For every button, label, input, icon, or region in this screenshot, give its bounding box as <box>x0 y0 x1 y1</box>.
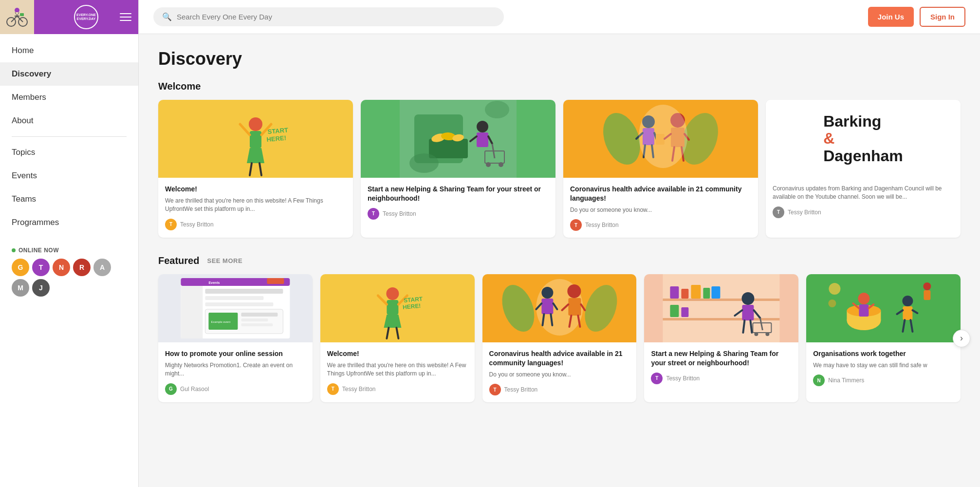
featured-wrap: Events Example event How to promote your… <box>158 274 961 402</box>
card-body-1: Welcome! We are thrilled that you're her… <box>158 178 353 237</box>
avatar[interactable]: J <box>32 279 50 297</box>
svg-rect-0 <box>2 2 32 32</box>
card-author-4: T Tessy Britton <box>773 206 954 218</box>
sign-in-button[interactable]: Sign In <box>920 7 965 27</box>
card-author-1: T Tessy Britton <box>165 219 346 230</box>
featured-section-title: Featured <box>158 255 199 266</box>
welcome-card-3[interactable]: Coronavirus health advice available in 2… <box>563 100 758 238</box>
featured-card-author-5: N Nina Timmers <box>813 375 954 386</box>
svg-rect-64 <box>267 278 284 284</box>
svg-rect-69 <box>387 300 398 315</box>
svg-rect-26 <box>477 132 488 147</box>
online-dot <box>12 248 16 252</box>
avatar[interactable]: M <box>12 279 29 297</box>
featured-card-title-2: Welcome! <box>327 349 468 358</box>
main-area: 🔍 Join Us Sign In Discovery Welcome <box>139 0 980 487</box>
svg-rect-105 <box>742 305 754 320</box>
author-name-4: Tessy Britton <box>788 209 821 216</box>
card-desc-3: Do you or someone you know... <box>570 206 751 214</box>
sidebar-item-about[interactable]: About <box>0 109 138 132</box>
sidebar-item-home[interactable]: Home <box>0 39 138 62</box>
featured-card-3[interactable]: Coronavirus health advice available in 2… <box>482 274 637 402</box>
featured-card-author-3: T Tessy Britton <box>489 384 630 395</box>
svg-rect-82 <box>541 299 553 314</box>
welcome-section-title: Welcome <box>158 81 201 92</box>
svg-rect-95 <box>663 299 780 301</box>
svg-point-87 <box>567 284 581 298</box>
avatars-list: G T N R A M J <box>12 259 127 297</box>
sidebar-item-members[interactable]: Members <box>0 86 138 109</box>
sidebar-item-topics[interactable]: Topics <box>0 141 138 164</box>
featured-card-1[interactable]: Events Example event How to promote your… <box>158 274 313 402</box>
svg-rect-58 <box>205 302 273 306</box>
avatar[interactable]: R <box>73 259 91 276</box>
svg-rect-97 <box>670 286 679 299</box>
join-us-button[interactable]: Join Us <box>868 7 914 27</box>
search-input[interactable] <box>177 13 495 21</box>
featured-card-desc-3: Do you or someone you know... <box>489 371 630 379</box>
svg-point-104 <box>742 292 755 305</box>
card-desc-1: We are thrilled that you're here on this… <box>165 197 346 214</box>
svg-rect-8 <box>20 13 24 16</box>
featured-card-2[interactable]: START HERE! Welcome! We are thrilled tha… <box>320 274 475 402</box>
scroll-right-arrow[interactable]: › <box>953 330 970 347</box>
featured-author-avatar-3: T <box>489 384 501 395</box>
svg-marker-70 <box>384 315 401 328</box>
welcome-card-2[interactable]: Start a new Helping & Sharing Team for y… <box>361 100 555 238</box>
svg-rect-62 <box>241 318 268 321</box>
avatar[interactable]: N <box>53 259 70 276</box>
svg-point-25 <box>477 121 488 132</box>
card-body-4: Coronavirus updates from Barking and Dag… <box>766 178 961 225</box>
featured-card-image-5 <box>806 274 961 342</box>
card-image-4: Barking&Dagenham <box>766 100 961 178</box>
featured-card-5[interactable]: Organisations work together We may have … <box>806 274 961 402</box>
featured-card-author-4: T Tessy Britton <box>651 373 792 384</box>
featured-author-name-3: Tessy Britton <box>504 386 538 393</box>
avatar[interactable]: G <box>12 259 29 276</box>
featured-card-image-3 <box>482 274 637 342</box>
featured-card-desc-2: We are thrilled that you're here on this… <box>327 361 468 378</box>
svg-point-51 <box>639 105 687 168</box>
svg-point-118 <box>858 293 870 304</box>
svg-rect-55 <box>181 286 203 338</box>
featured-card-desc-5: We may have to stay we can still find sa… <box>813 361 954 370</box>
barking-content: Barking&Dagenham <box>814 100 913 178</box>
svg-point-33 <box>409 153 439 173</box>
sidebar-item-teams[interactable]: Teams <box>0 187 138 211</box>
svg-rect-119 <box>859 304 869 317</box>
hamburger-icon[interactable] <box>120 13 131 21</box>
svg-point-130 <box>829 283 841 295</box>
welcome-cards-grid: START HERE! Welcome! We are thrilled tha… <box>158 100 961 238</box>
featured-card-title-3: Coronavirus health advice available in 2… <box>489 349 630 368</box>
sidebar-item-programmes[interactable]: Programmes <box>0 211 138 234</box>
sidebar-nav: Home Discovery Members About Topics Even… <box>0 34 138 239</box>
card-author-3: T Tessy Britton <box>570 219 751 231</box>
welcome-card-1[interactable]: START HERE! Welcome! We are thrilled tha… <box>158 100 353 238</box>
svg-rect-129 <box>924 290 931 300</box>
featured-card-body-1: How to promote your online session Might… <box>158 342 313 402</box>
card-image-3 <box>563 100 758 178</box>
featured-card-body-3: Coronavirus health advice available in 2… <box>482 342 637 402</box>
card-title-2: Start a new Helping & Sharing Team for y… <box>368 185 549 203</box>
svg-point-34 <box>485 101 509 118</box>
sidebar-item-discovery[interactable]: Discovery <box>0 62 138 86</box>
svg-text:Example event: Example event <box>211 320 230 323</box>
svg-rect-56 <box>205 289 283 294</box>
featured-card-4[interactable]: Start a new Helping & Sharing Team for y… <box>644 274 798 402</box>
sidebar-item-events[interactable]: Events <box>0 164 138 187</box>
svg-rect-101 <box>712 286 721 299</box>
svg-point-110 <box>755 332 758 336</box>
featured-card-title-5: Organisations work together <box>813 349 954 358</box>
avatar[interactable]: A <box>93 259 111 276</box>
svg-point-81 <box>541 287 553 299</box>
see-more-link[interactable]: SEE MORE <box>207 257 242 264</box>
svg-rect-96 <box>663 318 780 320</box>
content-area: Discovery Welcome <box>139 34 980 487</box>
avatar[interactable]: T <box>32 259 50 276</box>
welcome-section-header: Welcome <box>158 81 961 92</box>
sidebar: EVERY.ONEEVERY.DAY Home Discovery Member… <box>0 0 139 487</box>
welcome-card-4[interactable]: Barking&Dagenham Coronavirus updates fro… <box>766 100 961 238</box>
svg-rect-61 <box>241 313 277 317</box>
online-section: ONLINE NOW G T N R A M J <box>0 239 138 304</box>
sidebar-logo <box>0 0 34 34</box>
